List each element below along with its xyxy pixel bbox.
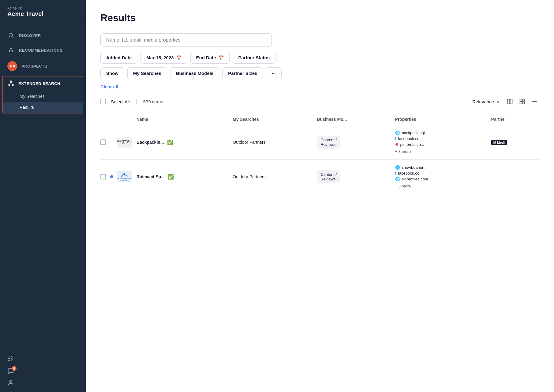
sort-button[interactable]: Relevance [472,99,500,104]
clear-all-button[interactable]: Clear all [100,83,118,91]
svg-point-3 [9,84,10,86]
chat-badge-count: 9 [12,366,17,371]
business-model-tag: Content /Reviews [317,136,340,149]
sidebar-item-my-searches[interactable]: My Searches [3,91,83,102]
svg-point-21 [123,173,125,176]
property-list: 🌐 snowboardin... f facebook.co... 🌐 skip… [395,165,488,188]
verified-badge: ✅ [168,174,174,180]
tasks-item[interactable] [7,355,78,363]
table-row: SNOWBOARDINGPROFILES Ridexact Sp... ✅ Ou… [100,160,539,194]
chat-item[interactable]: 9 [7,368,78,375]
col-partner: Partne [491,114,539,125]
active-dot [110,175,113,178]
partner-my-searches: Outdoor Partners [233,140,265,145]
company-name: Acme Inc [7,6,78,10]
app-name: Acme Travel [7,10,78,17]
business-models-filter[interactable]: Business Models [170,67,219,79]
sidebar-item-results[interactable]: Results [3,102,83,113]
row-dot-cell [110,125,117,160]
partner-name-cell: Backpackin... ✅ [137,139,229,145]
sidebar-item-extended-search[interactable]: EXTENDED SEARCH [3,76,83,91]
property-item: 🌐 snowboardin... [395,165,488,170]
facebook-icon: f [395,136,396,141]
user-icon [7,379,14,387]
col-name: Name [137,114,233,125]
user-item[interactable] [7,379,78,387]
sidebar-item-discover[interactable]: DISCOVER [0,28,86,43]
end-date-filter[interactable]: End Date 📅 [190,52,230,64]
tasks-icon [7,355,14,363]
sidebar-item-recommendations-label: RECOMMENDATIONS [19,48,62,53]
property-list: 🌐 backpackingl... f facebook.co... ⊕ pin… [395,131,488,154]
results-divider: | [136,99,137,104]
filter-row-2: Show My Searches Business Models Partner… [100,67,539,79]
row-checkbox[interactable] [100,139,106,145]
my-searches-filter[interactable]: My Searches [127,67,167,79]
grid-view-button[interactable] [517,97,527,106]
calendar-icon-2: 📅 [219,55,224,60]
extended-search-section: EXTENDED SEARCH My Searches Results [2,76,83,113]
partner-type-badge: M Medi [491,140,507,145]
snowboard-logo-icon [120,172,129,178]
property-text: facebook.co... [398,136,423,141]
partner-my-searches: Outdoor Partners [233,174,265,179]
sidebar-item-prospects-label: PROSPECTS [21,64,47,68]
svg-line-1 [12,37,14,38]
list-view-button[interactable] [530,97,539,106]
col-checkbox [100,114,110,125]
business-models-label: Business Models [176,71,214,76]
row-checkbox[interactable] [100,174,106,179]
svg-line-5 [9,82,11,84]
col-properties: Properties [395,114,491,125]
more-properties: + 3 more [395,184,488,188]
property-item: 🌐 backpackingl... [395,131,488,135]
added-date-filter[interactable]: Added Date [100,52,137,64]
network-icon [8,80,14,87]
recommendations-icon [7,46,15,54]
sidebar-item-prospects[interactable]: PROSPECTS [0,57,86,75]
globe-icon: 🌐 [395,165,400,170]
partner-status-filter[interactable]: Partner Status [233,52,276,64]
filter-row-1: Added Date Mar 15, 2023 📅 End Date 📅 Par… [100,52,539,64]
globe-icon-2: 🌐 [395,177,400,181]
main-content: Results Added Date Mar 15, 2023 📅 End Da… [86,0,554,392]
partner-type-dash: – [491,174,494,179]
property-text: skiprofiles.com [402,177,428,181]
select-all-label: Select All [111,99,130,104]
results-table: Name My Searches Business Mo... Properti… [100,114,539,194]
property-text: pinterest.co... [400,142,424,147]
added-date-value[interactable]: Mar 15, 2023 📅 [140,52,187,64]
search-input[interactable] [100,33,272,47]
show-filter[interactable]: Show [100,67,124,79]
col-my-searches: My Searches [233,114,317,125]
property-text: backpackingl... [402,131,428,135]
property-item: f facebook.co... [395,171,488,176]
partner-name-cell: Ridexact Sp... ✅ [137,174,229,180]
partner-sizes-filter[interactable]: Partner Sizes [222,67,263,79]
col-logo [117,114,137,125]
svg-rect-17 [522,102,525,104]
sidebar-item-recommendations[interactable]: RECOMMENDATIONS [0,43,86,57]
partner-status-label: Partner Status [238,55,270,60]
date-value-text: Mar 15, 2023 [146,55,174,60]
view-toggle [505,97,539,106]
svg-point-2 [10,81,12,82]
svg-point-0 [9,33,13,37]
split-view-button[interactable] [505,97,515,106]
globe-icon: 🌐 [395,131,400,135]
select-all-checkbox[interactable] [100,99,106,104]
svg-rect-15 [522,99,525,102]
property-item: ⊕ pinterest.co... [395,142,488,147]
more-filters-button[interactable]: ··· [266,67,282,79]
sidebar: Acme Inc Acme Travel DISCOVER RECOMMENDA… [0,0,86,392]
property-item: f facebook.co... [395,136,488,141]
pinterest-icon: ⊕ [395,142,399,147]
partner-name: Backpackin... [137,140,164,145]
property-item: 🌐 skiprofiles.com [395,177,488,181]
property-text: facebook.co... [398,171,423,176]
col-business-model: Business Mo... [317,114,395,125]
extended-search-label: EXTENDED SEARCH [18,81,60,86]
col-dot [110,114,117,125]
sidebar-nav: DISCOVER RECOMMENDATIONS PROSPECTS [0,23,86,350]
brand-header: Acme Inc Acme Travel [0,0,86,23]
